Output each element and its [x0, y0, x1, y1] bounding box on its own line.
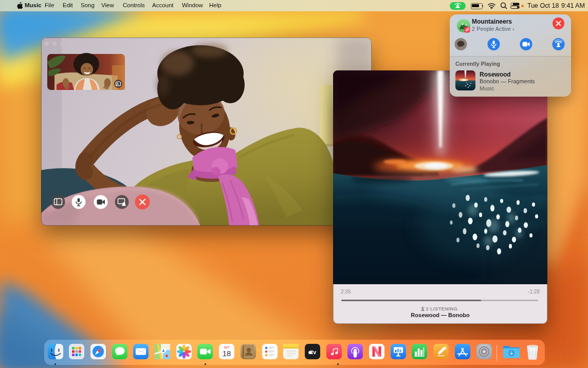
svg-text:tv: tv — [311, 349, 317, 355]
svg-text:OCT: OCT — [224, 346, 230, 349]
svg-text:18: 18 — [223, 349, 231, 358]
